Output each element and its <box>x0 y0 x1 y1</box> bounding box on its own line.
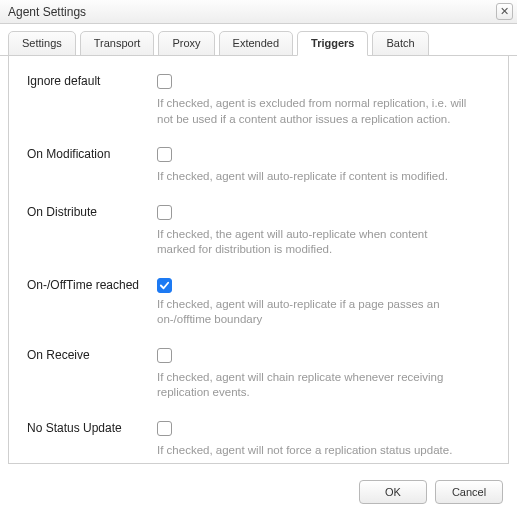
tab-extended[interactable]: Extended <box>219 31 293 56</box>
close-icon: ✕ <box>500 6 509 17</box>
tab-triggers[interactable]: Triggers <box>297 31 368 56</box>
desc-on-distribute: If checked, the agent will auto-replicat… <box>157 227 467 258</box>
titlebar: Agent Settings ✕ <box>0 0 517 24</box>
row-on-distribute: On Distribute If checked, the agent will… <box>27 205 490 258</box>
desc-ignore-default: If checked, agent is excluded from norma… <box>157 96 467 127</box>
checkbox-on-receive[interactable] <box>157 348 172 363</box>
agent-settings-dialog: Agent Settings ✕ Settings Transport Prox… <box>0 0 517 464</box>
label-on-modification: On Modification <box>27 147 157 161</box>
label-no-status-update: No Status Update <box>27 421 157 435</box>
tab-settings[interactable]: Settings <box>8 31 76 56</box>
ok-button[interactable]: OK <box>359 480 427 504</box>
label-ignore-default: Ignore default <box>27 74 157 88</box>
triggers-panel: Ignore default If checked, agent is excl… <box>8 56 509 464</box>
tab-bar: Settings Transport Proxy Extended Trigge… <box>0 24 517 56</box>
tab-proxy[interactable]: Proxy <box>158 31 214 56</box>
tab-transport[interactable]: Transport <box>80 31 155 56</box>
label-on-receive: On Receive <box>27 348 157 362</box>
desc-on-receive: If checked, agent will chain replicate w… <box>157 370 467 401</box>
row-no-status-update: No Status Update If checked, agent will … <box>27 421 490 459</box>
dialog-title: Agent Settings <box>8 5 86 19</box>
label-on-distribute: On Distribute <box>27 205 157 219</box>
row-ignore-default: Ignore default If checked, agent is excl… <box>27 74 490 127</box>
check-icon <box>159 280 170 291</box>
desc-on-modification: If checked, agent will auto-replicate if… <box>157 169 467 185</box>
tab-batch[interactable]: Batch <box>372 31 428 56</box>
close-button[interactable]: ✕ <box>496 3 513 20</box>
checkbox-on-distribute[interactable] <box>157 205 172 220</box>
desc-no-status-update: If checked, agent will not force a repli… <box>157 443 467 459</box>
dialog-footer: OK Cancel <box>359 480 503 504</box>
cancel-button[interactable]: Cancel <box>435 480 503 504</box>
checkbox-on-offtime[interactable] <box>157 278 172 293</box>
row-on-offtime: On-/OffTime reached If checked, agent wi… <box>27 278 490 328</box>
label-on-offtime: On-/OffTime reached <box>27 278 157 292</box>
checkbox-no-status-update[interactable] <box>157 421 172 436</box>
row-on-modification: On Modification If checked, agent will a… <box>27 147 490 185</box>
checkbox-ignore-default[interactable] <box>157 74 172 89</box>
checkbox-on-modification[interactable] <box>157 147 172 162</box>
desc-on-offtime: If checked, agent will auto-replicate if… <box>157 297 467 328</box>
row-on-receive: On Receive If checked, agent will chain … <box>27 348 490 401</box>
